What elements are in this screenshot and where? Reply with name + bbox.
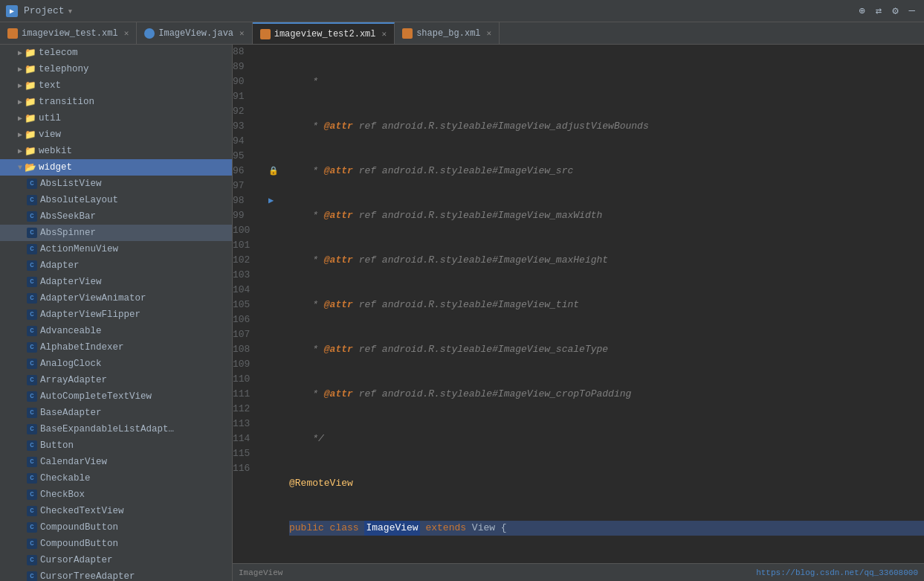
code-line-88: * [289, 74, 924, 89]
sidebar-item-util[interactable]: ▶ 📁 util [0, 110, 232, 126]
project-sidebar[interactable]: ▶ 📁 telecom ▶ 📁 telephony ▶ 📁 text ▶ 📁 t… [0, 45, 233, 581]
tab-label: shape_bg.xml [416, 28, 480, 39]
sidebar-item-autocompletetextview[interactable]: C AutoCompleteTextView [0, 388, 232, 405]
java-tab-icon [144, 28, 155, 39]
sidebar-item-absseekbar[interactable]: C AbsSeekBar [0, 208, 232, 225]
sidebar-item-label: widget [39, 162, 72, 173]
sidebar-item-label: transition [39, 97, 94, 107]
sidebar-item-label: AdapterViewFlipper [40, 309, 140, 320]
sidebar-item-baseexpandablelistadapter[interactable]: C BaseExpandableListAdapt… [0, 421, 232, 437]
class-icon: C [27, 309, 37, 320]
project-icon: ▶ [6, 5, 18, 17]
tab-close-btn[interactable]: ✕ [382, 29, 387, 39]
sidebar-item-telecom[interactable]: ▶ 📁 telecom [0, 45, 232, 61]
sidebar-item-cursoradapter[interactable]: C CursorAdapter [0, 552, 232, 568]
sidebar-item-chronometer[interactable]: C CompoundButton [0, 519, 232, 536]
expand-arrow: ▼ [15, 162, 25, 173]
sidebar-item-abslistview[interactable]: C AbsListView [0, 176, 232, 192]
class-icon: C [27, 424, 37, 434]
code-editor[interactable]: * * @attr ref android.R.styleable#ImageV… [283, 45, 924, 563]
code-line-98: public class ImageView extends View { [289, 521, 924, 536]
run-gutter-icon[interactable]: ▶ [268, 193, 274, 208]
sidebar-item-arrayadapter[interactable]: C ArrayAdapter [0, 372, 232, 388]
sidebar-item-label: BaseExpandableListAdapt… [40, 424, 174, 434]
tab-imageview-java[interactable]: ImageView.java ✕ [137, 22, 252, 44]
tab-imageview-test2-xml[interactable]: imageview_test2.xml ✕ [253, 22, 395, 44]
sidebar-item-absolutelayout[interactable]: C AbsoluteLayout [0, 192, 232, 208]
sidebar-item-label: CheckBox [40, 489, 85, 500]
sidebar-item-webkit[interactable]: ▶ 📁 webkit [0, 143, 232, 159]
lock-gutter-icon: 🔒 [268, 164, 279, 179]
sidebar-item-label: AutoCompleteTextView [40, 391, 152, 402]
class-icon: C [27, 506, 37, 516]
tab-close-btn[interactable]: ✕ [239, 28, 245, 38]
sidebar-item-label: AbsSeekBar [40, 211, 96, 222]
code-line-94: * @attr ref android.R.styleable#ImageVie… [289, 342, 924, 357]
sidebar-item-text[interactable]: ▶ 📁 text [0, 77, 232, 94]
class-icon: C [27, 473, 37, 484]
tab-close-btn[interactable]: ✕ [124, 28, 129, 38]
class-icon: C [27, 522, 37, 533]
sidebar-item-adapterview[interactable]: C AdapterView [0, 274, 232, 290]
sidebar-item-compoundbutton[interactable]: C CompoundButton [0, 536, 232, 552]
sidebar-item-checkable[interactable]: C Checkable [0, 470, 232, 487]
sidebar-item-label: telephony [39, 64, 89, 74]
add-icon[interactable]: ⊕ [856, 3, 868, 19]
sidebar-item-label: AdapterViewAnimator [40, 293, 146, 304]
code-line-97: @RemoteView [289, 476, 924, 491]
sidebar-item-telephony[interactable]: ▶ 📁 telephony [0, 61, 232, 77]
sidebar-item-cursortreeadapter[interactable]: C CursorTreeAdapter [0, 568, 232, 581]
sync-icon[interactable]: ⇄ [873, 3, 885, 19]
class-icon: C [27, 440, 37, 451]
sidebar-item-baseadapter[interactable]: C BaseAdapter [0, 405, 232, 421]
editor-status-bar: ImageView https://blog.csdn.net/qq_33608… [233, 563, 924, 581]
line-numbers: 88 89 90 91 92 93 94 95 96 97 98 99 100 … [233, 45, 268, 563]
class-icon: C [27, 408, 37, 418]
sidebar-item-adapter[interactable]: C Adapter [0, 257, 232, 274]
sidebar-item-adapterviewflipper[interactable]: C AdapterViewFlipper [0, 306, 232, 323]
sidebar-item-label: AbsoluteLayout [40, 195, 118, 205]
class-icon: C [27, 211, 37, 222]
collapse-arrow: ▶ [15, 129, 25, 140]
class-icon: C [27, 293, 37, 304]
sidebar-item-widget[interactable]: ▼ 📂 widget [0, 159, 232, 176]
sidebar-item-label: AdapterView [40, 277, 102, 287]
sidebar-item-label: Adapter [40, 260, 80, 271]
sidebar-item-label: CalendarView [40, 457, 107, 467]
class-icon: C [27, 571, 37, 581]
sidebar-item-view[interactable]: ▶ 📁 view [0, 126, 232, 143]
tab-shape-bg-xml[interactable]: shape_bg.xml ✕ [395, 22, 500, 44]
minimize-icon[interactable]: — [906, 3, 918, 19]
sidebar-item-button[interactable]: C Button [0, 437, 232, 454]
sidebar-item-advanceable[interactable]: C Advanceable [0, 323, 232, 339]
class-icon: C [27, 179, 37, 189]
sidebar-item-checkbox[interactable]: C CheckBox [0, 487, 232, 503]
sidebar-item-label: telecom [39, 48, 78, 58]
settings-icon[interactable]: ⚙ [889, 3, 901, 19]
sidebar-item-analogclock[interactable]: C AnalogClock [0, 356, 232, 372]
title-actions: ⊕ ⇄ ⚙ — [856, 3, 918, 19]
sidebar-item-label: AbsSpinner [40, 228, 96, 238]
xml-tab-icon-shape [402, 28, 413, 39]
editor-area: 88 89 90 91 92 93 94 95 96 97 98 99 100 … [233, 45, 924, 581]
sidebar-item-label: CursorTreeAdapter [40, 571, 135, 581]
collapse-arrow: ▶ [15, 64, 25, 74]
sidebar-item-actionmenuview[interactable]: C ActionMenuView [0, 241, 232, 257]
tab-close-btn[interactable]: ✕ [487, 28, 492, 38]
sidebar-item-checkedtextview[interactable]: C CheckedTextView [0, 503, 232, 519]
collapse-arrow: ▶ [15, 146, 25, 156]
code-line-95: * @attr ref android.R.styleable#ImageVie… [289, 387, 924, 402]
class-icon: C [27, 342, 37, 353]
sidebar-item-absspinner[interactable]: C AbsSpinner [0, 225, 232, 241]
code-line-93: * @attr ref android.R.styleable#ImageVie… [289, 298, 924, 312]
folder-icon: 📁 [25, 146, 36, 156]
folder-icon-open: 📂 [25, 162, 36, 173]
sidebar-item-transition[interactable]: ▶ 📁 transition [0, 94, 232, 110]
class-icon: C [27, 539, 37, 549]
project-dropdown-icon[interactable]: ▾ [68, 5, 74, 17]
status-url[interactable]: https://blog.csdn.net/qq_33608000 [756, 568, 918, 577]
sidebar-item-alphabetindexer[interactable]: C AlphabetIndexer [0, 339, 232, 356]
tab-imageview-test-xml[interactable]: imageview_test.xml ✕ [0, 22, 137, 44]
sidebar-item-adapterviewanimator[interactable]: C AdapterViewAnimator [0, 290, 232, 306]
sidebar-item-calendarview[interactable]: C CalendarView [0, 454, 232, 470]
